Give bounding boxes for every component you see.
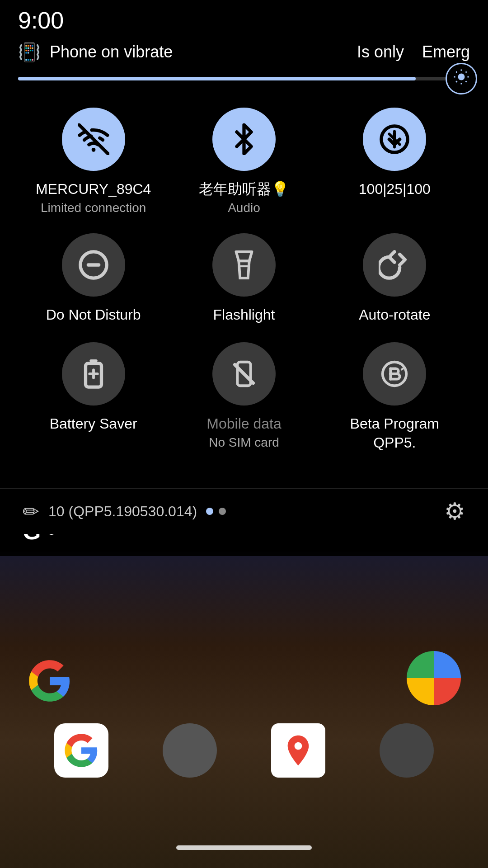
vibrate-label: Phone on vibrate [50, 42, 173, 61]
tile-flashlight[interactable]: Flashlight [181, 233, 307, 325]
tile-auto-rotate-icon-wrap [363, 233, 426, 297]
wifi-x-icon [78, 123, 109, 155]
build-text: 10 (QPP5.190530.014) [48, 503, 197, 520]
brightness-thumb [446, 63, 477, 94]
flashlight-icon [228, 249, 260, 281]
tiles-row-3: Battery Saver Mobile data No SIM card [18, 342, 470, 452]
tile-beta-icon-wrap [363, 342, 426, 406]
tile-wifi-label: MERCURY_89C4 [36, 180, 151, 199]
tile-flashlight-icon-wrap [212, 233, 276, 297]
brightness-container[interactable] [0, 68, 488, 94]
notification-left: 📳 Phone on vibrate [18, 42, 173, 63]
svg-line-4 [466, 81, 467, 82]
dnd-icon [78, 249, 109, 281]
tile-auto-rotate-label: Auto-rotate [359, 306, 430, 325]
page-dot-2[interactable] [219, 508, 226, 515]
page-dot-1[interactable] [206, 508, 213, 515]
tile-auto-rotate[interactable]: Auto-rotate [331, 233, 458, 325]
tile-dnd-icon-wrap [62, 233, 125, 297]
tile-mobile-data-label: Mobile data [206, 415, 281, 434]
tile-battery-saver[interactable]: Battery Saver [30, 342, 157, 452]
mobile-data-icon [228, 358, 260, 390]
tile-battery-saver-label: Battery Saver [50, 415, 137, 434]
tile-data-saver-icon-wrap [363, 108, 426, 171]
tile-wifi-icon-wrap [62, 108, 125, 171]
data-saver-icon [379, 123, 410, 155]
status-time: 9:00 [18, 7, 64, 34]
vibrate-icon: 📳 [18, 42, 41, 63]
svg-line-7 [456, 81, 457, 82]
tile-bluetooth-icon-wrap [212, 108, 276, 171]
quick-settings-panel: 9:00 📳 Phone on vibrate Is only Emerg [0, 0, 488, 534]
tile-mobile-data-icon-wrap [212, 342, 276, 406]
tile-bluetooth-sublabel: Audio [228, 201, 260, 215]
tile-mobile-data-sublabel: No SIM card [209, 435, 279, 450]
bottom-google-logo [27, 658, 72, 705]
tile-bluetooth[interactable]: 老年助听器💡 Audio [181, 108, 307, 215]
dock-app-2[interactable] [163, 723, 217, 778]
dock-apps [0, 723, 488, 778]
tiles-container: MERCURY_89C4 Limited connection 老年助听器💡 A… [0, 94, 488, 484]
svg-line-8 [466, 71, 467, 72]
brightness-fill [18, 77, 416, 80]
tile-beta[interactable]: Beta Program QPP5. [331, 342, 458, 452]
dock-app-4[interactable] [380, 723, 434, 778]
tile-wifi-sublabel: Limited connection [41, 201, 146, 215]
tile-beta-label: Beta Program QPP5. [331, 415, 458, 452]
maps-icon [280, 732, 316, 769]
battery-saver-icon [78, 358, 109, 390]
google-app-icon [63, 732, 99, 769]
bottom-google-icon [27, 658, 72, 703]
tile-dnd[interactable]: Do Not Disturb [30, 233, 157, 325]
tile-flashlight-label: Flashlight [213, 306, 275, 325]
tile-dnd-label: Do Not Disturb [46, 306, 141, 325]
qs-footer: ✏ 10 (QPP5.190530.014) ⚙ [0, 488, 488, 534]
status-bar: 9:00 [0, 0, 488, 36]
tile-data-saver-label: 100|25|100 [359, 180, 431, 199]
notification-right: Is only Emerg [357, 42, 470, 61]
beta-icon [379, 358, 410, 390]
dock-google-app[interactable] [54, 723, 108, 778]
dock-app-google-maps[interactable] [271, 723, 325, 778]
edit-icon[interactable]: ✏ [23, 500, 39, 523]
brightness-slider[interactable] [18, 77, 470, 80]
tile-wifi[interactable]: MERCURY_89C4 Limited connection [30, 108, 157, 215]
tile-bluetooth-label: 老年助听器💡 [199, 180, 289, 199]
tile-battery-saver-icon-wrap [62, 342, 125, 406]
page-dots [206, 508, 226, 515]
is-only-label: Is only [357, 42, 404, 61]
google-assistant-dot[interactable] [407, 651, 461, 705]
svg-line-3 [456, 71, 457, 72]
settings-gear-icon[interactable]: ⚙ [444, 498, 465, 525]
bluetooth-icon [228, 123, 260, 155]
tile-mobile-data[interactable]: Mobile data No SIM card [181, 342, 307, 452]
tiles-row-2: Do Not Disturb Flashlight [18, 233, 470, 325]
tiles-row-1: MERCURY_89C4 Limited connection 老年助听器💡 A… [18, 108, 470, 215]
tile-data-saver[interactable]: 100|25|100 [331, 108, 458, 215]
footer-left: ✏ 10 (QPP5.190530.014) [23, 500, 226, 523]
sun-icon [453, 69, 469, 89]
svg-point-0 [458, 73, 465, 80]
home-indicator [176, 845, 312, 850]
notification-bar: 📳 Phone on vibrate Is only Emerg [0, 36, 488, 68]
auto-rotate-icon [379, 249, 410, 281]
wallpaper [0, 552, 488, 868]
emergency-label[interactable]: Emerg [422, 42, 470, 61]
